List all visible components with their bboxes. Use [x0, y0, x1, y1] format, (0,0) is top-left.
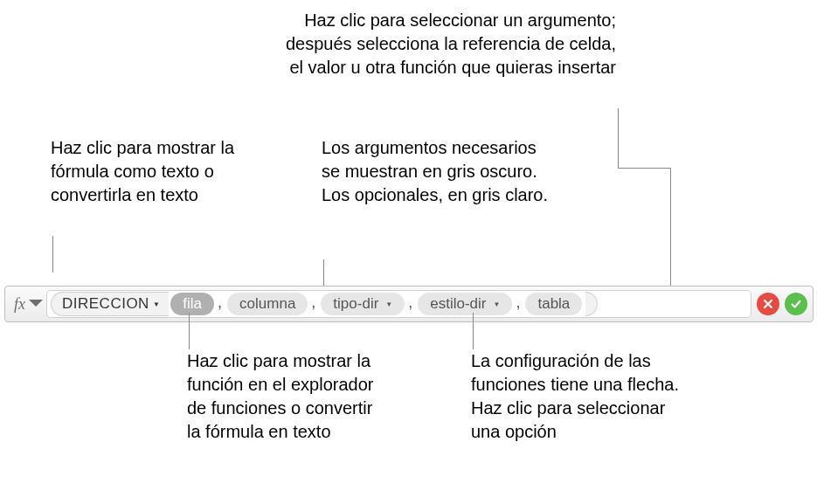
fx-dropdown-icon[interactable] — [29, 298, 43, 310]
argument-token-tabla[interactable]: tabla — [525, 293, 582, 315]
callout-function-option-arrow: La configuración de las funciones tiene … — [471, 349, 689, 444]
confirm-button[interactable] — [785, 293, 807, 315]
check-icon — [790, 294, 802, 314]
fx-label: fx — [5, 295, 29, 314]
leader — [618, 108, 619, 142]
leader — [473, 313, 474, 349]
callout-function-dropdown: Haz clic para mostrar la función en el e… — [187, 349, 384, 444]
callout-argument-colors: Los argumentos necesarios se muestran en… — [322, 136, 557, 207]
separator: , — [216, 293, 225, 314]
separator: , — [406, 293, 416, 314]
chevron-down-icon[interactable]: ▼ — [494, 300, 501, 308]
argument-token-estilo-dir[interactable]: estilo-dir ▼ — [418, 293, 512, 315]
argument-label: columna — [239, 295, 295, 313]
leader — [52, 236, 53, 273]
chevron-down-icon[interactable]: ▼ — [385, 300, 392, 308]
argument-token-fila[interactable]: fila — [170, 293, 214, 315]
argument-label: tipo-dir — [333, 295, 378, 313]
close-icon — [762, 294, 774, 314]
formula-editor-bar: fx DIRECCION ▼ fila , columna , tipo-dir… — [4, 286, 814, 322]
argument-token-columna[interactable]: columna — [227, 293, 308, 315]
separator: , — [309, 293, 319, 314]
chevron-down-icon[interactable]: ▼ — [153, 300, 160, 308]
formula-content[interactable]: DIRECCION ▼ fila , columna , tipo-dir ▼ … — [46, 290, 751, 318]
leader — [618, 140, 619, 168]
argument-label: estilo-dir — [430, 295, 486, 313]
argument-token-tipo-dir[interactable]: tipo-dir ▼ — [321, 293, 405, 315]
argument-label: tabla — [537, 295, 570, 313]
argument-label: fila — [183, 295, 202, 313]
callout-argument-selection: Haz clic para seleccionar un argumento; … — [284, 9, 616, 79]
function-closing-paren — [585, 292, 598, 316]
leader — [670, 168, 671, 299]
cancel-button[interactable] — [757, 293, 779, 315]
leader — [189, 313, 190, 349]
separator: , — [514, 293, 523, 314]
function-name-token[interactable]: DIRECCION ▼ — [51, 292, 169, 316]
callout-fx-dropdown: Haz clic para mostrar la fórmula como te… — [51, 136, 252, 207]
function-name-label: DIRECCION — [62, 295, 149, 313]
leader — [618, 168, 670, 169]
